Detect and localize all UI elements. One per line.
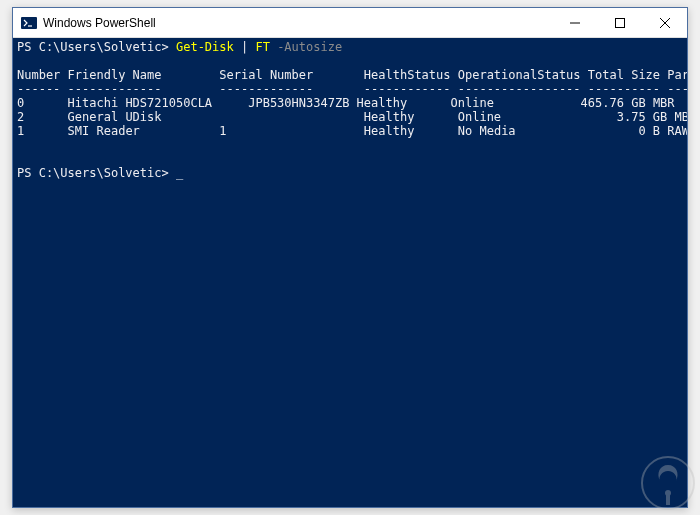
svg-rect-0 [21, 17, 37, 29]
close-button[interactable] [642, 8, 687, 37]
command-flag: -Autosize [277, 40, 342, 54]
table-row: 0 Hitachi HDS721050CLA JPB530HN3347ZB He… [17, 96, 675, 110]
watermark-icon [638, 453, 698, 513]
minimize-button[interactable] [552, 8, 597, 37]
svg-rect-3 [615, 18, 624, 27]
table-header: Number Friendly Name Serial Number Healt… [17, 68, 687, 82]
terminal-body[interactable]: PS C:\Users\Solvetic> Get-Disk | FT -Aut… [13, 38, 687, 507]
command-pipe: | [241, 40, 255, 54]
window-title: Windows PowerShell [43, 16, 552, 30]
prompt-path: PS C:\Users\Solvetic> [17, 40, 176, 54]
maximize-button[interactable] [597, 8, 642, 37]
prompt-path-2: PS C:\Users\Solvetic> [17, 166, 176, 180]
cursor: _ [176, 166, 183, 180]
command-ft: FT [255, 40, 277, 54]
command-cmdlet: Get-Disk [176, 40, 241, 54]
powershell-window: Windows PowerShell PS C:\Users\Solvetic>… [12, 7, 688, 508]
powershell-icon [21, 15, 37, 31]
table-row: 1 SMI Reader 1 Healthy No Media 0 B RAW [17, 124, 687, 138]
titlebar[interactable]: Windows PowerShell [13, 8, 687, 38]
table-dashes: ------ ------------- ------------- -----… [17, 82, 687, 96]
svg-rect-8 [666, 495, 670, 505]
window-controls [552, 8, 687, 37]
table-row: 2 General UDisk Healthy Online 3.75 GB M… [17, 110, 687, 124]
